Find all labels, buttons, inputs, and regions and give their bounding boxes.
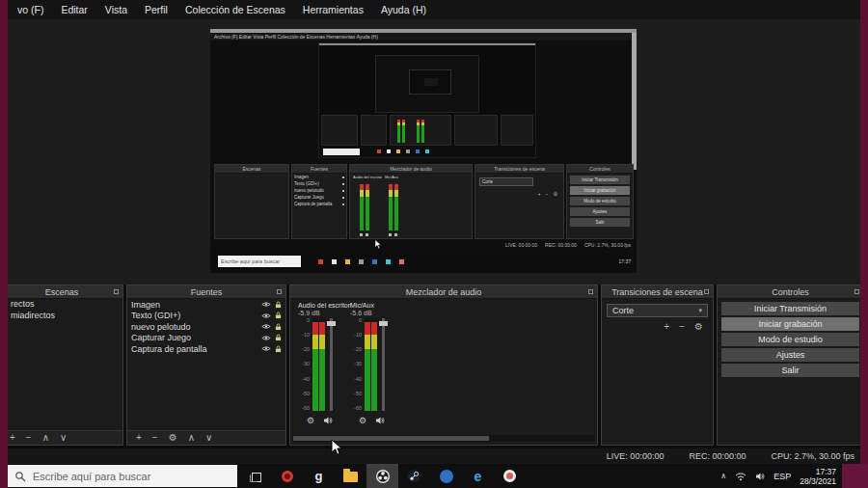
add-source-icon[interactable]: + <box>136 433 142 443</box>
visibility-eye-icon[interactable] <box>261 312 271 319</box>
scenes-panel-header[interactable]: Escenas <box>1 285 122 299</box>
move-scene-up-icon[interactable]: ∧ <box>42 433 49 443</box>
scrollbar-thumb[interactable] <box>293 436 489 441</box>
db-tick: -20 <box>302 347 310 352</box>
lock-icon[interactable] <box>275 301 282 309</box>
remove-scene-icon[interactable]: − <box>26 433 32 443</box>
volume-icon[interactable] <box>755 472 765 481</box>
app-icon-obs[interactable] <box>366 464 398 488</box>
scenes-panel: Escenas rectos miadirectos + − ∧ ∨ <box>0 285 123 446</box>
audio-mixer-panel: Mezclador de audio Audio del escritorio … <box>289 285 598 446</box>
mini-audio-meter <box>417 120 420 143</box>
settings-button[interactable]: Ajustes <box>721 348 859 362</box>
meter-area: 0 -10 -20 -30 -40 -50 -60 <box>298 318 352 411</box>
lock-icon[interactable] <box>275 345 282 353</box>
transitions-panel-header[interactable]: Transiciones de escena <box>602 285 713 299</box>
panel-pin-icon[interactable] <box>277 289 282 294</box>
transition-gear-icon[interactable]: ⚙ <box>694 322 703 332</box>
video-edge-bottom-right <box>842 464 868 488</box>
mini-eye-icon <box>342 190 344 192</box>
meter-controls: ⚙ <box>350 416 404 425</box>
add-scene-icon[interactable]: + <box>10 433 15 443</box>
move-source-up-icon[interactable]: ∧ <box>188 433 195 443</box>
volume-slider-handle[interactable] <box>327 321 336 326</box>
menu-herramientas[interactable]: Herramientas <box>294 0 372 19</box>
panel-pin-icon[interactable] <box>854 289 859 294</box>
controls-panel-title: Controles <box>772 287 809 297</box>
app-icon-steam[interactable] <box>398 464 430 488</box>
mini-dock-panel <box>501 115 533 146</box>
volume-slider[interactable] <box>330 318 333 411</box>
menu-archivo[interactable]: vo (F) <box>9 0 52 19</box>
remove-source-icon[interactable]: − <box>152 433 158 443</box>
mini-scenes-panel: Escenas <box>214 164 289 239</box>
source-row[interactable]: Imagen <box>127 299 285 311</box>
obs-desktop: vo (F) Editar Vista Perfil Colección de … <box>0 0 868 488</box>
tray-expand-chevron-icon[interactable]: ∧ <box>720 473 726 480</box>
taskbar-search[interactable] <box>8 465 237 487</box>
lock-icon[interactable] <box>275 312 282 319</box>
visibility-eye-icon[interactable] <box>261 335 271 341</box>
scene-item[interactable]: rectos <box>1 299 122 311</box>
remove-transition-icon[interactable]: − <box>679 322 685 332</box>
studio-mode-button[interactable]: Modo de estudio <box>721 333 859 346</box>
source-properties-gear-icon[interactable]: ⚙ <box>169 433 177 443</box>
move-scene-down-icon[interactable]: ∨ <box>60 433 67 443</box>
source-row[interactable]: Capturar Juego <box>127 333 285 344</box>
lock-icon[interactable] <box>275 334 282 341</box>
source-row[interactable]: nuevo pelotudo <box>127 321 285 333</box>
taskbar-search-input[interactable] <box>33 471 221 482</box>
mini-app-icon <box>345 259 350 264</box>
panel-pin-icon[interactable] <box>588 289 593 294</box>
speaker-icon[interactable] <box>375 416 385 425</box>
source-row[interactable]: Captura de pantalla <box>127 343 285 355</box>
move-source-down-icon[interactable]: ∨ <box>205 433 212 443</box>
add-transition-icon[interactable]: + <box>664 322 669 332</box>
start-streaming-button[interactable]: Iniciar Transmisión <box>721 302 859 315</box>
visibility-eye-icon[interactable] <box>261 345 271 352</box>
mini-search-text: Escribe aquí para buscar <box>221 258 280 264</box>
mini-speaker-icon <box>394 233 397 236</box>
source-label: Capturar Juego <box>131 333 258 342</box>
menu-editar[interactable]: Editar <box>52 0 95 19</box>
wifi-icon[interactable] <box>735 472 746 481</box>
mixer-panel-header[interactable]: Mezclador de audio <box>290 285 597 299</box>
controls-panel-header[interactable]: Controles <box>718 285 863 299</box>
app-icon-edge[interactable]: e <box>462 464 494 488</box>
mini-taskbar-level2 <box>319 147 535 157</box>
app-icon-chat[interactable] <box>494 464 526 488</box>
menu-coleccion-escenas[interactable]: Colección de Escenas <box>176 0 294 19</box>
volume-slider-handle[interactable] <box>379 321 388 326</box>
speaker-icon[interactable] <box>323 416 333 425</box>
meter-name: Audio del escritorio <box>298 302 351 309</box>
app-icon-gimp[interactable]: g <box>303 464 335 488</box>
visibility-eye-icon[interactable] <box>261 323 271 330</box>
menu-ayuda[interactable]: Ayuda (H) <box>372 0 435 19</box>
app-icon-blue-app[interactable] <box>430 464 462 488</box>
sources-panel-header[interactable]: Fuentes <box>127 285 285 299</box>
start-recording-button[interactable]: Iniciar grabación <box>721 317 859 331</box>
mini-remove-icon: − <box>546 191 549 197</box>
mixer-gear-icon[interactable]: ⚙ <box>307 417 314 425</box>
scene-item[interactable]: miadirectos <box>1 311 122 322</box>
exit-button[interactable]: Salir <box>721 364 859 377</box>
preview-canvas[interactable]: Archivo (F) Editar Vista Perfil Colecció… <box>210 29 637 273</box>
mixer-gear-icon[interactable]: ⚙ <box>359 417 366 425</box>
mini-cpu-status: CPU: 2.7%, 30.00 fps <box>584 242 631 248</box>
panel-pin-icon[interactable] <box>114 289 119 294</box>
menu-vista[interactable]: Vista <box>96 0 136 19</box>
search-icon <box>14 471 26 482</box>
taskbar-clock[interactable]: 17:37 28/3/2021 <box>800 467 836 486</box>
source-row[interactable]: Texto (GDI+) <box>127 311 285 322</box>
visibility-eye-icon[interactable] <box>261 301 271 308</box>
transition-select[interactable]: Corte ▾ <box>607 304 708 317</box>
language-indicator[interactable]: ESP <box>773 472 791 481</box>
panel-pin-icon[interactable] <box>704 289 709 294</box>
mini-source-label: Texto (GDI+) <box>294 181 341 186</box>
app-icon-record-ring[interactable] <box>271 464 303 488</box>
lock-icon[interactable] <box>275 323 282 331</box>
app-icon-file-explorer[interactable] <box>335 464 366 488</box>
menu-perfil[interactable]: Perfil <box>136 0 176 19</box>
task-view-icon[interactable] <box>241 464 270 488</box>
volume-slider[interactable] <box>382 318 385 411</box>
